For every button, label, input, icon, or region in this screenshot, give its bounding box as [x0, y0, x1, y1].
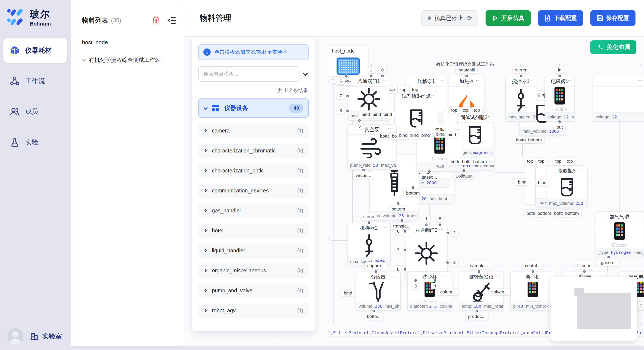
port-dot[interactable]: ‹ — [531, 270, 535, 273]
port-chip[interactable]: SolidOut — [453, 173, 475, 179]
port-chip[interactable]: bind — [381, 111, 394, 118]
chevron-down-icon[interactable] — [303, 71, 308, 76]
port-chip[interactable]: top — [553, 158, 564, 165]
port-dot[interactable]: ‹ — [403, 268, 407, 271]
port-chip[interactable]: bottom — [389, 206, 408, 212]
sidebar-item-cube[interactable]: 仪器耗材 — [4, 38, 67, 63]
port-chip[interactable]: 5 — [356, 123, 363, 130]
port-dot[interactable]: ‹ — [519, 74, 523, 78]
category-instruments[interactable]: 仪器设备 49 — [198, 98, 309, 118]
port-dot[interactable]: › — [414, 279, 418, 282]
port-dot[interactable]: › — [475, 309, 479, 313]
tree-item[interactable] — [82, 284, 184, 297]
port-chip[interactable]: top — [524, 158, 536, 165]
template-item[interactable]: camera (1) — [198, 124, 309, 138]
template-item[interactable]: pump_and_valve (4) — [198, 283, 309, 298]
port-chip[interactable]: 4 — [431, 283, 439, 289]
tree-item[interactable] — [82, 178, 184, 191]
port-chip[interactable]: sample... — [468, 262, 491, 269]
port-dot[interactable]: › — [446, 261, 450, 265]
tree-item[interactable] — [82, 257, 184, 270]
port-chip[interactable]: 8 — [436, 215, 444, 222]
port-dot[interactable]: › — [396, 201, 400, 205]
tree-group-workstation[interactable]: 有机化学流程综合测试工作站 — [82, 56, 184, 64]
port-chip[interactable]: gasso... — [598, 259, 619, 266]
port-chip[interactable]: bind — [341, 290, 355, 296]
template-item[interactable]: communication_devices (1) — [198, 183, 309, 197]
port-chip[interactable]: heatchill — [456, 67, 477, 73]
port-chip[interactable]: 1 — [422, 215, 430, 222]
port-chip[interactable]: solven... — [489, 289, 510, 295]
port-dot[interactable]: › — [462, 169, 466, 173]
template-item[interactable]: hotel (1) — [198, 223, 309, 237]
port-dot[interactable]: ‹ — [367, 221, 371, 224]
port-chip[interactable]: 7 — [337, 93, 344, 99]
port-chip[interactable]: top — [536, 158, 547, 165]
port-chip[interactable]: 6 — [337, 78, 344, 84]
port-chip[interactable]: bottom — [404, 190, 422, 196]
tree-item[interactable] — [82, 323, 184, 336]
tree-item[interactable] — [82, 165, 184, 178]
port-chip[interactable]: bind — [515, 178, 529, 185]
port-dot[interactable]: › — [400, 219, 404, 222]
port-dot[interactable]: › — [428, 170, 431, 174]
sidebar-item-workflow[interactable]: 工作流 — [4, 68, 67, 94]
tree-item-host-node[interactable]: host_node — [82, 39, 184, 46]
tree-item[interactable] — [82, 86, 184, 99]
port-chip[interactable]: 3 — [451, 259, 458, 266]
port-dot[interactable]: ‹ — [424, 223, 428, 227]
port-dot[interactable]: ‹ — [438, 223, 442, 227]
port-chip[interactable]: bind — [419, 132, 432, 139]
port-chip[interactable]: top — [398, 86, 409, 93]
tree-item[interactable] — [82, 152, 184, 165]
port-chip[interactable]: 7 — [394, 246, 402, 253]
port-chip[interactable]: 5 — [412, 283, 420, 289]
tree-item[interactable] — [82, 270, 184, 284]
tree-item[interactable] — [82, 73, 184, 86]
port-dot[interactable]: ‹ — [403, 248, 407, 252]
sidebar-item-flask[interactable]: 实验 — [4, 130, 67, 155]
port-chip[interactable]: gasso... — [419, 174, 440, 180]
port-chip[interactable]: 8 — [379, 67, 386, 73]
port-chip[interactable]: 8 — [337, 107, 344, 114]
avatar[interactable] — [7, 328, 24, 345]
port-dot[interactable]: ‹ — [346, 94, 350, 98]
port-chip[interactable]: bind — [536, 179, 549, 186]
tree-item[interactable] — [82, 126, 184, 139]
port-chip[interactable]: bottom — [535, 210, 554, 217]
port-chip[interactable]: colum... — [438, 289, 458, 295]
search-input[interactable] — [198, 66, 300, 82]
tree-item[interactable] — [82, 139, 184, 152]
save-config-button[interactable]: 保存配置 — [590, 10, 636, 26]
port-chip[interactable]: bind — [445, 131, 458, 138]
port-chip[interactable]: stirrer — [512, 67, 529, 73]
port-dot[interactable]: › — [358, 119, 362, 123]
port-chip[interactable]: top — [564, 158, 575, 165]
template-item[interactable]: liquid_handler (4) — [198, 243, 309, 257]
minimap[interactable] — [550, 277, 637, 341]
refresh-icon[interactable]: ⟳ — [466, 14, 472, 22]
port-chip[interactable]: stirrer — [361, 213, 377, 220]
port-chip[interactable]: vacuu... — [353, 172, 374, 179]
sidebar-item-lab[interactable]: 实验室 — [30, 332, 62, 341]
port-chip[interactable]: top — [460, 107, 471, 114]
port-dot[interactable]: ‹ — [374, 270, 378, 273]
port-chip[interactable]: in — [556, 67, 564, 73]
tree-item[interactable] — [82, 310, 184, 323]
minimap-content[interactable] — [577, 293, 631, 329]
collapse-panel-icon[interactable] — [168, 16, 177, 25]
download-config-button[interactable]: 下载配置 — [538, 10, 583, 26]
port-chip[interactable]: botto... — [364, 313, 383, 320]
tree-item[interactable] — [82, 231, 184, 244]
port-chip[interactable]: bottom — [471, 158, 490, 165]
port-dot[interactable]: › — [411, 186, 415, 189]
port-dot[interactable]: ‹ — [582, 270, 586, 273]
tree-item[interactable] — [82, 297, 184, 310]
template-item[interactable]: characterization_optic (1) — [198, 164, 309, 177]
port-dot[interactable]: ‹ — [558, 74, 562, 78]
port-chip[interactable]: bottom — [563, 210, 582, 217]
port-chip[interactable]: 6 — [394, 228, 402, 234]
simulation-status[interactable]: 仿真已停止 ⟳ — [421, 10, 478, 26]
beautify-layout-button[interactable]: 美化布局 — [590, 40, 636, 54]
port-dot[interactable]: › — [372, 309, 376, 313]
